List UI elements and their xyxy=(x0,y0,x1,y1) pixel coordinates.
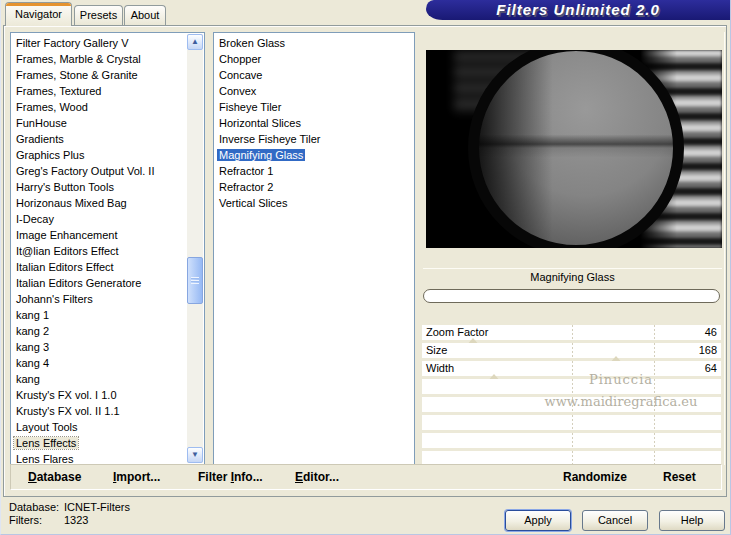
database-label: Database: xyxy=(9,501,59,513)
slider-row-empty xyxy=(422,379,721,394)
randomize-button[interactable]: Randomize xyxy=(563,470,627,484)
list-item[interactable]: Harry's Button Tools xyxy=(11,179,204,195)
slider-value: 64 xyxy=(705,361,717,376)
app-title: Filters Unlimited 2.0 xyxy=(426,0,730,19)
help-button[interactable]: Help xyxy=(659,510,725,531)
list-item-label: Horizonaus Mixed Bag xyxy=(14,197,129,209)
list-item-label: Italian Editors Generatore xyxy=(14,277,143,289)
list-item[interactable]: Refractor 2 xyxy=(214,179,414,195)
slider-row-zoom-factor[interactable]: Zoom Factor46 xyxy=(422,325,721,340)
list-item[interactable]: kang 2 xyxy=(11,323,204,339)
list-item-label: Refractor 1 xyxy=(217,165,275,177)
list-item[interactable]: Inverse Fisheye Tiler xyxy=(214,131,414,147)
filters-count-value: 1323 xyxy=(64,514,88,526)
list-item-label: Filter Factory Gallery V xyxy=(14,37,130,49)
list-item[interactable]: Layout Tools xyxy=(11,419,204,435)
list-item[interactable]: Greg's Factory Output Vol. II xyxy=(11,163,204,179)
app-title-banner: Filters Unlimited 2.0 xyxy=(426,0,730,20)
list-item[interactable]: Johann's Filters xyxy=(11,291,204,307)
filter-info-button[interactable]: Filter Info... xyxy=(198,470,263,484)
database-button[interactable]: Database xyxy=(28,470,81,484)
list-item-label: Layout Tools xyxy=(14,421,80,433)
list-item[interactable]: kang xyxy=(11,371,204,387)
slider-row-size[interactable]: Size168 xyxy=(422,343,721,358)
magnifying-lens-graphic xyxy=(468,50,684,248)
preview-image[interactable] xyxy=(426,50,722,248)
scroll-up-icon[interactable]: ▲ xyxy=(187,34,203,50)
category-list-items: Filter Factory Gallery VFrames, Marble &… xyxy=(11,35,204,465)
list-item[interactable]: Frames, Marble & Crystal xyxy=(11,51,204,67)
list-item[interactable]: Italian Editors Generatore xyxy=(11,275,204,291)
footer: Database: ICNET-Filters Filters: 1323 Ap… xyxy=(1,497,731,535)
list-item[interactable]: FunHouse xyxy=(11,115,204,131)
list-item-label: kang 2 xyxy=(14,325,51,337)
slider-label: Size xyxy=(426,343,447,358)
list-item[interactable]: Refractor 1 xyxy=(214,163,414,179)
slider-row-width[interactable]: Width64 xyxy=(422,361,721,376)
list-item[interactable]: Frames, Textured xyxy=(11,83,204,99)
import-button[interactable]: Import... xyxy=(113,470,160,484)
list-item-label: Greg's Factory Output Vol. II xyxy=(14,165,156,177)
category-list-scrollbar[interactable]: ▲ ▼ xyxy=(187,34,203,463)
list-item[interactable]: Krusty's FX vol. I 1.0 xyxy=(11,387,204,403)
filter-list[interactable]: Broken GlassChopperConcaveConvexFisheye … xyxy=(213,32,415,465)
filters-count-label: Filters: xyxy=(9,514,42,526)
list-item-label: Refractor 2 xyxy=(217,181,275,193)
list-item[interactable]: Broken Glass xyxy=(214,35,414,51)
preview-panel: Magnifying Glass Zoom Factor46Size168Wid… xyxy=(421,32,725,465)
list-item-label: Krusty's FX vol. I 1.0 xyxy=(14,389,119,401)
editor-button[interactable]: Editor... xyxy=(295,470,339,484)
list-item[interactable]: Lens Effects xyxy=(11,435,204,451)
list-item[interactable]: Magnifying Glass xyxy=(214,147,414,163)
list-item-label: Krusty's FX vol. II 1.1 xyxy=(14,405,122,417)
list-item-label: Johann's Filters xyxy=(14,293,95,305)
list-item[interactable]: kang 3 xyxy=(11,339,204,355)
list-item[interactable]: It@lian Editors Effect xyxy=(11,243,204,259)
list-item[interactable]: kang 4 xyxy=(11,355,204,371)
tab-navigator[interactable]: Navigator xyxy=(5,2,72,26)
slider-value: 168 xyxy=(699,343,717,358)
list-item[interactable]: Graphics Plus xyxy=(11,147,204,163)
slider-row-empty xyxy=(422,415,721,430)
list-item[interactable]: Filter Factory Gallery V xyxy=(11,35,204,51)
list-item-label: I-Decay xyxy=(14,213,56,225)
tab-presets[interactable]: Presets xyxy=(74,5,123,26)
list-item[interactable]: Horizontal Slices xyxy=(214,115,414,131)
cancel-button[interactable]: Cancel xyxy=(582,510,648,531)
list-item[interactable]: kang 1 xyxy=(11,307,204,323)
list-item[interactable]: Chopper xyxy=(214,51,414,67)
list-item-label: FunHouse xyxy=(14,117,69,129)
slider-value: 46 xyxy=(705,325,717,340)
reset-button[interactable]: Reset xyxy=(663,470,696,484)
list-item[interactable]: Krusty's FX vol. II 1.1 xyxy=(11,403,204,419)
list-item-label: Image Enhancement xyxy=(14,229,120,241)
list-item-label: kang 4 xyxy=(14,357,51,369)
category-list[interactable]: Filter Factory Gallery VFrames, Marble &… xyxy=(10,32,205,465)
list-item[interactable]: Fisheye Tiler xyxy=(214,99,414,115)
list-item-label: Gradients xyxy=(14,133,66,145)
list-item[interactable]: Gradients xyxy=(11,131,204,147)
scroll-down-icon[interactable]: ▼ xyxy=(187,447,203,463)
list-item-label: Frames, Wood xyxy=(14,101,90,113)
tab-strip: NavigatorPresetsAbout xyxy=(1,0,421,26)
list-item[interactable]: Concave xyxy=(214,67,414,83)
list-item[interactable]: Image Enhancement xyxy=(11,227,204,243)
list-item[interactable]: I-Decay xyxy=(11,211,204,227)
tab-about[interactable]: About xyxy=(124,5,166,26)
apply-button[interactable]: Apply xyxy=(505,510,571,531)
list-item[interactable]: Frames, Wood xyxy=(11,99,204,115)
list-item[interactable]: Convex xyxy=(214,83,414,99)
progress-bar xyxy=(423,289,720,303)
bottom-toolbar: DatabaseImport...Filter Info...Editor...… xyxy=(10,464,722,490)
list-item-label: Magnifying Glass xyxy=(217,149,305,161)
list-item[interactable]: Frames, Stone & Granite xyxy=(11,67,204,83)
list-item-label: Convex xyxy=(217,85,258,97)
list-item[interactable]: Horizonaus Mixed Bag xyxy=(11,195,204,211)
list-item[interactable]: Italian Editors Effect xyxy=(11,259,204,275)
list-item[interactable]: Lens Flares xyxy=(11,451,204,465)
list-item-label: kang 1 xyxy=(14,309,51,321)
list-item[interactable]: Vertical Slices xyxy=(214,195,414,211)
list-item-label: kang xyxy=(14,373,42,385)
scrollbar-thumb[interactable] xyxy=(187,257,203,304)
list-item-label: Frames, Marble & Crystal xyxy=(14,53,143,65)
